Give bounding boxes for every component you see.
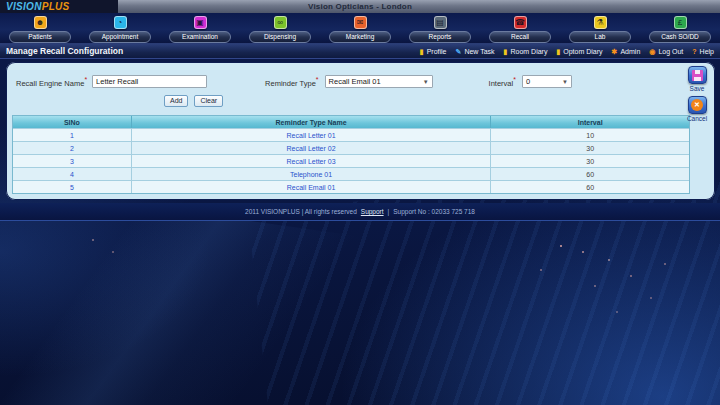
cell-interval: 60 <box>490 181 689 193</box>
toolbar-link-log-out[interactable]: ◉Log Out <box>649 48 683 55</box>
nav-tab-cash-so-dd[interactable]: £Cash SO/DD <box>640 13 720 43</box>
cell-interval: 10 <box>490 129 689 141</box>
add-button[interactable]: Add <box>164 95 188 107</box>
toolbar-link-label: Log Out <box>658 48 683 55</box>
cell-reminder-type-name[interactable]: Recall Letter 03 <box>131 155 490 167</box>
marketing-icon: ✉ <box>354 16 367 29</box>
form-buttons: Add Clear <box>164 95 715 107</box>
cancel-button-label: Cancel <box>687 115 707 122</box>
chevron-down-icon: ▼ <box>423 79 429 85</box>
toolbar-link-admin[interactable]: ✱Admin <box>612 48 641 55</box>
required-marker: * <box>513 76 516 83</box>
background-sparkles <box>560 245 562 247</box>
interval-value: 0 <box>526 77 530 86</box>
cancel-button[interactable]: ✕ <box>688 96 707 114</box>
toolbar-link-label: Optom Diary <box>563 48 602 55</box>
reminder-type-label: Reminder Type* <box>265 76 318 88</box>
recall-icon: ☎ <box>514 16 527 29</box>
nav-tab-label: Recall <box>489 31 551 43</box>
clear-button[interactable]: Clear <box>194 95 223 107</box>
appointment-icon: ◔ <box>114 16 127 29</box>
interval-label: Interval* <box>489 76 516 88</box>
toolbar-link-label: Profile <box>427 48 447 55</box>
cell-reminder-type-name[interactable]: Recall Letter 02 <box>131 142 490 154</box>
toolbar-link-profile[interactable]: ▮Profile <box>420 48 447 55</box>
table-row: 1Recall Letter 0110 <box>13 128 689 141</box>
recall-config-panel: Recall Engine Name* Reminder Type* Recal… <box>6 62 715 200</box>
interval-select[interactable]: 0 ▼ <box>522 75 572 88</box>
nav-tab-dispensing[interactable]: ∞Dispensing <box>240 13 320 43</box>
nav-tab-label: Dispensing <box>249 31 311 43</box>
reminder-type-value: Recall Email 01 <box>329 77 381 86</box>
header-interval: Interval <box>490 116 689 128</box>
required-marker: * <box>84 76 87 83</box>
recall-table: SlNo Reminder Type Name Interval 1Recall… <box>12 115 690 194</box>
toolbar-link-label: New Task <box>464 48 494 55</box>
nav-tab-examination[interactable]: ▣Examination <box>160 13 240 43</box>
help-icon: ? <box>692 48 696 55</box>
window-title: Vision Opticians - London <box>308 2 412 11</box>
new-task-icon: ✎ <box>456 48 462 55</box>
cell-slno[interactable]: 1 <box>13 129 131 141</box>
main-content: Recall Engine Name* Reminder Type* Recal… <box>0 59 720 200</box>
toolbar-link-room-diary[interactable]: ▮Room Diary <box>504 48 548 55</box>
cell-reminder-type-name[interactable]: Recall Letter 01 <box>131 129 490 141</box>
log-out-icon: ◉ <box>649 48 655 55</box>
reminder-type-select[interactable]: Recall Email 01 ▼ <box>325 75 433 88</box>
window-titlebar: VISIONPLUS Vision Opticians - London <box>0 0 720 13</box>
cell-slno[interactable]: 5 <box>13 181 131 193</box>
logo-vision: VISION <box>6 1 42 12</box>
footer-copyright: 2011 VISIONPLUS | All rights reserved <box>245 208 357 215</box>
toolbar-link-optom-diary[interactable]: ▮Optom Diary <box>556 48 602 55</box>
logo-plus: PLUS <box>42 1 70 12</box>
cell-reminder-type-name[interactable]: Recall Email 01 <box>131 181 490 193</box>
toolbar-link-label: Room Diary <box>510 48 547 55</box>
cell-reminder-type-name[interactable]: Telephone 01 <box>131 168 490 180</box>
table-row: 2Recall Letter 0230 <box>13 141 689 154</box>
required-marker: * <box>316 76 319 83</box>
table-row: 4Telephone 0160 <box>13 167 689 180</box>
nav-tab-label: Lab <box>569 31 631 43</box>
visionplus-app-window: VISIONPLUS Vision Opticians - London ☻Pa… <box>0 0 720 405</box>
optom-diary-icon: ▮ <box>556 48 560 55</box>
profile-icon: ▮ <box>420 48 424 55</box>
cell-interval: 30 <box>490 142 689 154</box>
table-row: 3Recall Letter 0330 <box>13 154 689 167</box>
cancel-x-icon: ✕ <box>691 99 703 111</box>
cell-interval: 60 <box>490 168 689 180</box>
nav-tab-patients[interactable]: ☻Patients <box>0 13 80 43</box>
recall-engine-input[interactable] <box>92 75 207 88</box>
nav-tab-label: Examination <box>169 31 231 43</box>
support-link[interactable]: Support <box>361 208 384 215</box>
nav-tab-label: Marketing <box>329 31 391 43</box>
room-diary-icon: ▮ <box>504 48 508 55</box>
table-row: 5Recall Email 0160 <box>13 180 689 193</box>
recall-engine-label: Recall Engine Name* <box>16 76 87 88</box>
side-actions: Save ✕ Cancel <box>684 66 710 126</box>
nav-tab-recall[interactable]: ☎Recall <box>480 13 560 43</box>
footer-support-no: Support No : 02033 725 718 <box>393 208 475 215</box>
toolbar-links: ▮Profile✎New Task▮Room Diary▮Optom Diary… <box>420 48 714 55</box>
examination-icon: ▣ <box>194 16 207 29</box>
save-button[interactable] <box>688 66 707 84</box>
cell-slno[interactable]: 3 <box>13 155 131 167</box>
nav-tab-label: Cash SO/DD <box>649 31 711 43</box>
toolbar-link-new-task[interactable]: ✎New Task <box>456 48 495 55</box>
nav-tab-lab[interactable]: ⚗Lab <box>560 13 640 43</box>
cash-so-dd-icon: £ <box>674 16 687 29</box>
recall-form: Recall Engine Name* Reminder Type* Recal… <box>6 62 715 88</box>
cell-interval: 30 <box>490 155 689 167</box>
toolbar-link-help[interactable]: ?Help <box>692 48 714 55</box>
footer-bar: 2011 VISIONPLUS | All rights reserved Su… <box>0 203 720 221</box>
table-header-row: SlNo Reminder Type Name Interval <box>13 116 689 128</box>
header-reminder-type-name: Reminder Type Name <box>131 116 490 128</box>
footer-divider: | <box>388 208 390 215</box>
nav-tab-reports[interactable]: ▤Reports <box>400 13 480 43</box>
chevron-down-icon: ▼ <box>562 79 568 85</box>
nav-tab-marketing[interactable]: ✉Marketing <box>320 13 400 43</box>
lab-icon: ⚗ <box>594 16 607 29</box>
cell-slno[interactable]: 4 <box>13 168 131 180</box>
cell-slno[interactable]: 2 <box>13 142 131 154</box>
save-floppy-icon <box>692 70 703 81</box>
nav-tab-appointment[interactable]: ◔Appointment <box>80 13 160 43</box>
